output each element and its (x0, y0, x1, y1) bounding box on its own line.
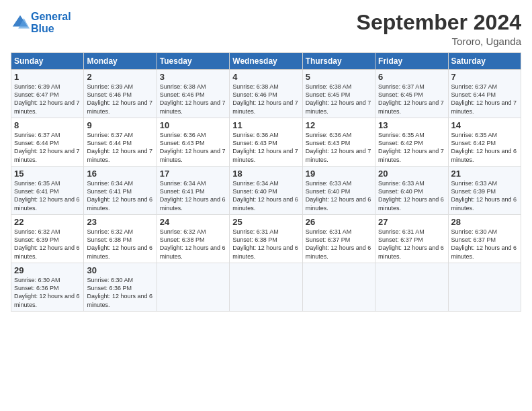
day-number: 17 (160, 169, 226, 179)
cell-info: Sunrise: 6:34 AMSunset: 6:41 PMDaylight:… (87, 180, 152, 211)
calendar-cell: 5Sunrise: 6:38 AMSunset: 6:45 PMDaylight… (302, 70, 375, 118)
calendar-cell: 6Sunrise: 6:37 AMSunset: 6:45 PMDaylight… (375, 70, 448, 118)
day-number: 23 (87, 217, 153, 227)
cell-info: Sunrise: 6:32 AMSunset: 6:38 PMDaylight:… (87, 228, 152, 259)
day-number: 9 (87, 120, 153, 130)
day-number: 3 (160, 72, 226, 82)
calendar-cell: 3Sunrise: 6:38 AMSunset: 6:46 PMDaylight… (157, 70, 229, 118)
calendar-cell: 1Sunrise: 6:39 AMSunset: 6:47 PMDaylight… (11, 70, 84, 118)
day-number: 25 (232, 217, 299, 227)
col-header-tuesday: Tuesday (157, 53, 229, 70)
day-number: 7 (451, 72, 518, 82)
cell-info: Sunrise: 6:31 AMSunset: 6:37 PMDaylight:… (306, 228, 371, 259)
cell-info: Sunrise: 6:38 AMSunset: 6:45 PMDaylight:… (306, 83, 371, 114)
title-section: September 2024 Tororo, Uganda (357, 11, 521, 47)
day-number: 8 (14, 120, 81, 130)
cell-info: Sunrise: 6:32 AMSunset: 6:39 PMDaylight:… (14, 228, 80, 259)
calendar-cell: 14Sunrise: 6:35 AMSunset: 6:42 PMDayligh… (448, 118, 521, 167)
logo-blue: Blue (31, 23, 71, 35)
col-header-friday: Friday (375, 53, 448, 70)
calendar-table: SundayMondayTuesdayWednesdayThursdayFrid… (11, 52, 521, 312)
logo-icon (11, 13, 30, 32)
calendar-cell: 7Sunrise: 6:37 AMSunset: 6:44 PMDaylight… (448, 70, 521, 118)
cell-info: Sunrise: 6:35 AMSunset: 6:42 PMDaylight:… (378, 132, 444, 163)
col-header-thursday: Thursday (302, 53, 375, 70)
cell-info: Sunrise: 6:37 AMSunset: 6:45 PMDaylight:… (378, 83, 444, 114)
day-number: 21 (451, 169, 518, 179)
cell-info: Sunrise: 6:35 AMSunset: 6:42 PMDaylight:… (451, 132, 517, 163)
day-number: 6 (378, 72, 445, 82)
calendar-cell: 4Sunrise: 6:38 AMSunset: 6:46 PMDaylight… (230, 70, 302, 118)
calendar-cell: 12Sunrise: 6:36 AMSunset: 6:43 PMDayligh… (302, 118, 375, 167)
calendar-cell: 10Sunrise: 6:36 AMSunset: 6:43 PMDayligh… (157, 118, 229, 167)
calendar-week-row: 22Sunrise: 6:32 AMSunset: 6:39 PMDayligh… (11, 215, 521, 263)
day-number: 26 (306, 217, 372, 227)
calendar-cell: 16Sunrise: 6:34 AMSunset: 6:41 PMDayligh… (84, 167, 157, 215)
calendar-cell: 11Sunrise: 6:36 AMSunset: 6:43 PMDayligh… (230, 118, 302, 167)
calendar-week-row: 15Sunrise: 6:35 AMSunset: 6:41 PMDayligh… (11, 167, 521, 215)
cell-info: Sunrise: 6:31 AMSunset: 6:37 PMDaylight:… (378, 228, 444, 259)
calendar-week-row: 29Sunrise: 6:30 AMSunset: 6:36 PMDayligh… (11, 263, 521, 312)
day-number: 1 (14, 72, 81, 82)
cell-info: Sunrise: 6:33 AMSunset: 6:39 PMDaylight:… (451, 180, 517, 211)
calendar-cell (375, 263, 448, 312)
cell-info: Sunrise: 6:30 AMSunset: 6:36 PMDaylight:… (14, 277, 80, 308)
logo: General Blue (11, 11, 71, 34)
calendar-cell: 28Sunrise: 6:30 AMSunset: 6:37 PMDayligh… (448, 215, 521, 263)
cell-info: Sunrise: 6:38 AMSunset: 6:46 PMDaylight:… (232, 83, 298, 114)
calendar-cell (448, 263, 521, 312)
day-number: 18 (232, 169, 299, 179)
day-number: 4 (232, 72, 299, 82)
calendar-cell (302, 263, 375, 312)
day-number: 29 (14, 265, 81, 275)
calendar-cell (230, 263, 302, 312)
calendar-cell: 8Sunrise: 6:37 AMSunset: 6:44 PMDaylight… (11, 118, 84, 167)
calendar-cell: 2Sunrise: 6:39 AMSunset: 6:46 PMDaylight… (84, 70, 157, 118)
calendar-cell: 21Sunrise: 6:33 AMSunset: 6:39 PMDayligh… (448, 167, 521, 215)
cell-info: Sunrise: 6:37 AMSunset: 6:44 PMDaylight:… (451, 83, 517, 114)
calendar-cell: 9Sunrise: 6:37 AMSunset: 6:44 PMDaylight… (84, 118, 157, 167)
page-container: General Blue September 2024 Tororo, Ugan… (0, 0, 532, 318)
cell-info: Sunrise: 6:36 AMSunset: 6:43 PMDaylight:… (160, 132, 226, 163)
day-number: 28 (451, 217, 518, 227)
cell-info: Sunrise: 6:35 AMSunset: 6:41 PMDaylight:… (14, 180, 80, 211)
calendar-cell: 17Sunrise: 6:34 AMSunset: 6:41 PMDayligh… (157, 167, 229, 215)
calendar-cell: 18Sunrise: 6:34 AMSunset: 6:40 PMDayligh… (230, 167, 302, 215)
cell-info: Sunrise: 6:37 AMSunset: 6:44 PMDaylight:… (14, 132, 80, 163)
col-header-saturday: Saturday (448, 53, 521, 70)
col-header-monday: Monday (84, 53, 157, 70)
day-number: 13 (378, 120, 445, 130)
calendar-cell: 22Sunrise: 6:32 AMSunset: 6:39 PMDayligh… (11, 215, 84, 263)
day-number: 5 (306, 72, 372, 82)
header: General Blue September 2024 Tororo, Ugan… (11, 11, 521, 47)
day-number: 19 (306, 169, 372, 179)
calendar-cell: 30Sunrise: 6:30 AMSunset: 6:36 PMDayligh… (84, 263, 157, 312)
cell-info: Sunrise: 6:30 AMSunset: 6:36 PMDaylight:… (87, 277, 152, 308)
cell-info: Sunrise: 6:37 AMSunset: 6:44 PMDaylight:… (87, 132, 152, 163)
day-number: 30 (87, 265, 153, 275)
calendar-header-row: SundayMondayTuesdayWednesdayThursdayFrid… (11, 53, 521, 70)
cell-info: Sunrise: 6:31 AMSunset: 6:38 PMDaylight:… (232, 228, 298, 259)
cell-info: Sunrise: 6:39 AMSunset: 6:47 PMDaylight:… (14, 83, 80, 114)
day-number: 10 (160, 120, 226, 130)
calendar-cell: 15Sunrise: 6:35 AMSunset: 6:41 PMDayligh… (11, 167, 84, 215)
calendar-cell: 25Sunrise: 6:31 AMSunset: 6:38 PMDayligh… (230, 215, 302, 263)
day-number: 15 (14, 169, 81, 179)
cell-info: Sunrise: 6:39 AMSunset: 6:46 PMDaylight:… (87, 83, 152, 114)
cell-info: Sunrise: 6:38 AMSunset: 6:46 PMDaylight:… (160, 83, 226, 114)
cell-info: Sunrise: 6:36 AMSunset: 6:43 PMDaylight:… (232, 132, 298, 163)
calendar-cell: 23Sunrise: 6:32 AMSunset: 6:38 PMDayligh… (84, 215, 157, 263)
cell-info: Sunrise: 6:36 AMSunset: 6:43 PMDaylight:… (306, 132, 371, 163)
calendar-cell: 29Sunrise: 6:30 AMSunset: 6:36 PMDayligh… (11, 263, 84, 312)
cell-info: Sunrise: 6:32 AMSunset: 6:38 PMDaylight:… (160, 228, 226, 259)
day-number: 2 (87, 72, 153, 82)
calendar-cell: 13Sunrise: 6:35 AMSunset: 6:42 PMDayligh… (375, 118, 448, 167)
location: Tororo, Uganda (357, 36, 521, 47)
day-number: 11 (232, 120, 299, 130)
day-number: 16 (87, 169, 153, 179)
calendar-week-row: 8Sunrise: 6:37 AMSunset: 6:44 PMDaylight… (11, 118, 521, 167)
month-title: September 2024 (357, 11, 521, 34)
cell-info: Sunrise: 6:33 AMSunset: 6:40 PMDaylight:… (306, 180, 371, 211)
cell-info: Sunrise: 6:34 AMSunset: 6:41 PMDaylight:… (160, 180, 226, 211)
calendar-cell: 26Sunrise: 6:31 AMSunset: 6:37 PMDayligh… (302, 215, 375, 263)
